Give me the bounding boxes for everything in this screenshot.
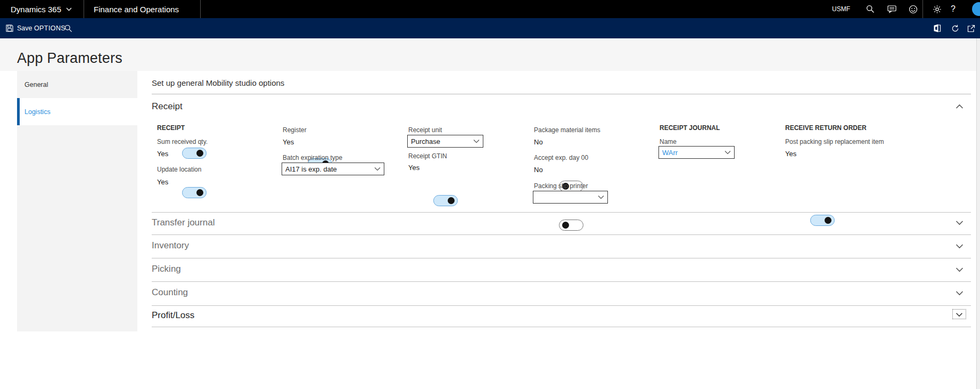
- command-search-button[interactable]: [64, 18, 72, 38]
- field-label-receipt-gtin: Receipt GTIN: [408, 152, 447, 160]
- toggle-knob: [825, 217, 831, 224]
- toggle-knob: [196, 150, 203, 157]
- section-divider: [152, 212, 971, 213]
- dropdown-receipt-unit[interactable]: Purchase: [407, 135, 483, 148]
- dropdown-journal-name[interactable]: WArr: [658, 146, 735, 159]
- search-icon: [861, 0, 879, 18]
- expand-section-button-focused[interactable]: [952, 309, 966, 319]
- field-label-receipt-unit: Receipt unit: [408, 126, 442, 134]
- sidebar-item-logistics[interactable]: Logistics: [17, 98, 137, 125]
- page-title: App Parameters: [17, 50, 122, 67]
- section-divider: [152, 305, 971, 306]
- parameter-tab-list: General Logistics: [17, 71, 137, 331]
- help-button[interactable]: ?: [951, 0, 956, 18]
- field-label-sum-received-qty: Sum received qty.: [157, 138, 208, 145]
- refresh-icon: [951, 19, 959, 37]
- open-in-new-window-button[interactable]: [967, 18, 975, 38]
- field-label-register: Register: [283, 126, 307, 134]
- options-menu[interactable]: OPTIONS: [34, 18, 65, 38]
- group-header-receipt: RECEIPT: [157, 124, 185, 132]
- company-label: USMF: [832, 5, 850, 13]
- form-caption: Set up general Mobility studio options: [152, 78, 284, 87]
- smiley-icon: [904, 0, 922, 18]
- toggle-value-accept-exp-day-00: No: [534, 166, 543, 174]
- toggle-knob: [562, 222, 569, 229]
- section-divider: [152, 327, 971, 327]
- chevron-down-icon: [65, 0, 72, 18]
- section-divider: [152, 234, 971, 235]
- topbar-divider: [200, 0, 201, 18]
- dropdown-value: Purchase: [411, 137, 473, 145]
- toggle-value-update-location: Yes: [157, 178, 168, 186]
- section-header-transfer-journal[interactable]: Transfer journal: [152, 217, 215, 228]
- field-label-update-location: Update location: [157, 166, 201, 173]
- chevron-down-icon: [598, 195, 604, 199]
- toggle-receipt-gtin[interactable]: [433, 195, 458, 206]
- field-label-package-material-items: Package material items: [534, 126, 600, 134]
- dropdown-value: AI17 is exp. date: [285, 165, 374, 173]
- collapse-section-button[interactable]: [956, 104, 963, 109]
- feedback-button[interactable]: [883, 0, 901, 18]
- settings-button[interactable]: [928, 0, 946, 18]
- toggle-sum-received-qty[interactable]: [182, 148, 207, 159]
- help-icon: ?: [951, 4, 956, 14]
- gear-icon: [928, 0, 946, 18]
- command-bar: Save OPTIONS: [0, 18, 980, 38]
- chevron-down-icon: [956, 220, 963, 225]
- app-window: Dynamics 365 Finance and Operations USMF: [0, 0, 980, 389]
- refresh-button[interactable]: [951, 18, 959, 38]
- chevron-down-icon: [473, 139, 480, 143]
- toggle-value-receipt-gtin: Yes: [408, 164, 419, 172]
- company-picker[interactable]: USMF: [832, 0, 850, 18]
- save-label: Save: [17, 25, 32, 32]
- sidebar-item-label: Logistics: [24, 108, 51, 116]
- chevron-down-icon: [956, 267, 963, 272]
- field-label-batch-expiration-type: Batch expiration type: [283, 154, 342, 161]
- chevron-down-icon: [956, 312, 963, 317]
- chevron-down-icon: [374, 167, 381, 171]
- section-header-profit-loss[interactable]: Profit/Loss: [152, 310, 194, 321]
- office-apps-button[interactable]: [933, 18, 941, 38]
- top-navigation-bar: Dynamics 365 Finance and Operations USMF: [0, 0, 980, 18]
- expand-section-button[interactable]: [956, 267, 963, 272]
- section-header-inventory[interactable]: Inventory: [152, 240, 189, 251]
- sidebar-item-general[interactable]: General: [17, 71, 137, 98]
- section-header-receipt[interactable]: Receipt: [152, 101, 183, 112]
- office-icon: [933, 19, 941, 37]
- save-button[interactable]: Save: [5, 18, 32, 38]
- expand-section-button[interactable]: [956, 244, 963, 249]
- save-icon: [5, 24, 14, 33]
- expand-section-button[interactable]: [956, 290, 963, 296]
- dropdown-batch-expiration-type[interactable]: AI17 is exp. date: [282, 163, 384, 175]
- group-header-receive-return-order: RECEIVE RETURN ORDER: [785, 124, 867, 132]
- smiley-feedback-button[interactable]: [904, 0, 922, 18]
- chevron-down-icon: [956, 290, 963, 296]
- toggle-accept-exp-day-00[interactable]: [559, 220, 583, 231]
- dropdown-value-link[interactable]: WArr: [662, 149, 724, 157]
- dynamics-365-menu[interactable]: Dynamics 365: [11, 0, 72, 18]
- sidebar-item-label: General: [24, 81, 48, 88]
- product-name-label: Finance and Operations: [94, 5, 179, 14]
- field-label-journal-name: Name: [660, 138, 677, 145]
- section-divider: [152, 281, 971, 282]
- dynamics-365-label: Dynamics 365: [11, 5, 61, 14]
- section-header-picking[interactable]: Picking: [152, 264, 181, 274]
- toggle-update-location[interactable]: [182, 187, 207, 198]
- topbar-divider: [84, 0, 84, 18]
- caption-divider: [152, 94, 971, 94]
- toggle-knob: [448, 197, 455, 204]
- chevron-down-icon: [724, 150, 731, 155]
- field-label-packing-slip-printer: Packing slip printer: [534, 182, 588, 190]
- search-button[interactable]: [861, 0, 879, 18]
- options-label: OPTIONS: [34, 25, 65, 32]
- expand-section-button[interactable]: [956, 220, 963, 225]
- section-divider: [152, 258, 971, 258]
- section-header-counting[interactable]: Counting: [152, 287, 188, 298]
- topbar-divider: [923, 0, 923, 18]
- product-name-link[interactable]: Finance and Operations: [94, 0, 179, 18]
- toggle-knob: [196, 189, 203, 196]
- dropdown-packing-slip-printer[interactable]: [533, 191, 608, 204]
- toggle-post-packing-slip-replacement-item[interactable]: [810, 215, 835, 226]
- user-avatar[interactable]: [972, 2, 980, 16]
- vertical-scrollbar[interactable]: [976, 38, 980, 389]
